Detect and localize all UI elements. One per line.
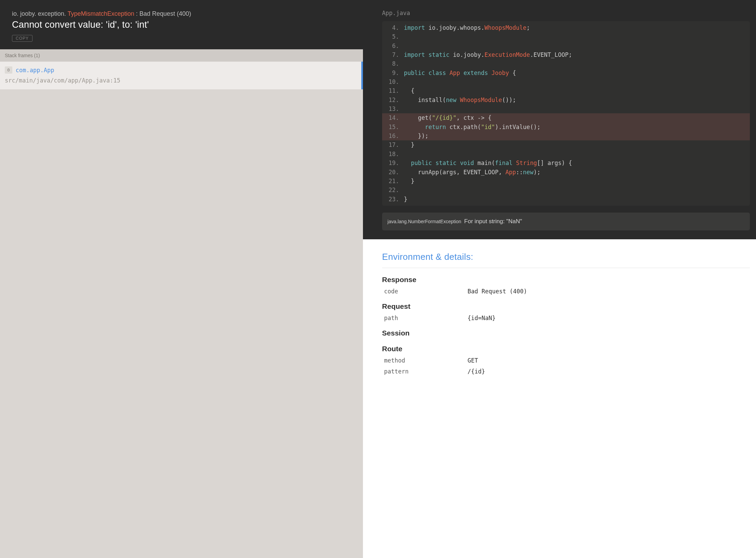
details-subheading: Request <box>382 302 756 310</box>
exception-status: Bad Request (400) <box>140 10 191 17</box>
code-line: 13. <box>382 104 750 113</box>
code-line: 6. <box>382 41 750 50</box>
code-line: 5. <box>382 32 750 41</box>
details-subheading: Route <box>382 345 756 353</box>
details-subheading: Session <box>382 329 756 337</box>
details-key: code <box>382 288 468 295</box>
details-key: path <box>382 315 468 321</box>
exception-class: TypeMismatchException <box>67 10 134 17</box>
details-value: GET <box>468 357 478 364</box>
code-line: 20. runApp(args, EVENT_LOOP, App::new); <box>382 168 750 177</box>
source-filename: App.java <box>363 10 756 21</box>
code-line: 4.import io.jooby.whoops.WhoopsModule; <box>382 23 750 32</box>
code-line: 14. get("/{id}", ctx -> { <box>382 113 750 122</box>
details-key: method <box>382 357 468 364</box>
cause-class: java.lang.NumberFormatException <box>388 219 461 224</box>
left-panel: io. jooby. exception. TypeMismatchExcept… <box>0 0 363 558</box>
code-line: 17. } <box>382 140 750 149</box>
frame-class: com.app.App <box>16 67 54 74</box>
code-line: 12. install(new WhoopsModule()); <box>382 96 750 104</box>
code-line: 10. <box>382 77 750 86</box>
details-value: {id=NaN} <box>468 315 496 321</box>
exception-message: Cannot convert value: 'id', to: 'int' <box>12 20 351 30</box>
code-line: 15. return ctx.path("id").intValue(); <box>382 123 750 131</box>
details-heading: Environment & details: <box>382 252 750 268</box>
code-line: 16. }); <box>382 131 750 140</box>
cause-box: java.lang.NumberFormatException For inpu… <box>382 213 750 230</box>
code-line: 19. public static void main(final String… <box>382 158 750 167</box>
code-line: 7.import static io.jooby.ExecutionMode.E… <box>382 50 750 59</box>
stack-frame[interactable]: 0com.app.Appsrc/main/java/com/app/App.ja… <box>0 62 363 89</box>
details-row: methodGET <box>382 357 756 364</box>
code-line: 8. <box>382 59 750 68</box>
exception-sep: : <box>134 10 140 17</box>
frame-index: 0 <box>5 66 12 74</box>
details-key: pattern <box>382 368 468 375</box>
details-row: codeBad Request (400) <box>382 288 756 295</box>
stack-frames-header: Stack frames (1) <box>0 49 363 62</box>
details-row: pattern/{id} <box>382 368 756 375</box>
frame-file: src/main/java/com/app/App.java:15 <box>5 77 356 84</box>
code-line: 22. <box>382 186 750 194</box>
details-value: /{id} <box>468 368 485 375</box>
code-line: 18. <box>382 150 750 158</box>
details-row: path{id=NaN} <box>382 315 756 321</box>
source-code-block: 4.import io.jooby.whoops.WhoopsModule;5.… <box>382 21 750 206</box>
code-line: 21. } <box>382 177 750 186</box>
exception-title-line: io. jooby. exception. TypeMismatchExcept… <box>12 10 351 17</box>
cause-message: For input string: "NaN" <box>464 218 522 225</box>
details-section: Environment & details: ResponsecodeBad R… <box>363 239 756 389</box>
exception-header: io. jooby. exception. TypeMismatchExcept… <box>0 0 363 49</box>
exception-namespace: io. jooby. exception. <box>12 10 67 17</box>
right-panel: App.java 4.import io.jooby.whoops.Whoops… <box>363 0 756 558</box>
details-value: Bad Request (400) <box>468 288 527 295</box>
copy-button[interactable]: COPY <box>12 35 32 42</box>
source-section: App.java 4.import io.jooby.whoops.Whoops… <box>363 0 756 239</box>
code-line: 9.public class App extends Jooby { <box>382 68 750 77</box>
code-line: 11. { <box>382 86 750 95</box>
code-line: 23.} <box>382 195 750 204</box>
details-subheading: Response <box>382 276 756 284</box>
stack-frames-list: 0com.app.Appsrc/main/java/com/app/App.ja… <box>0 62 363 89</box>
